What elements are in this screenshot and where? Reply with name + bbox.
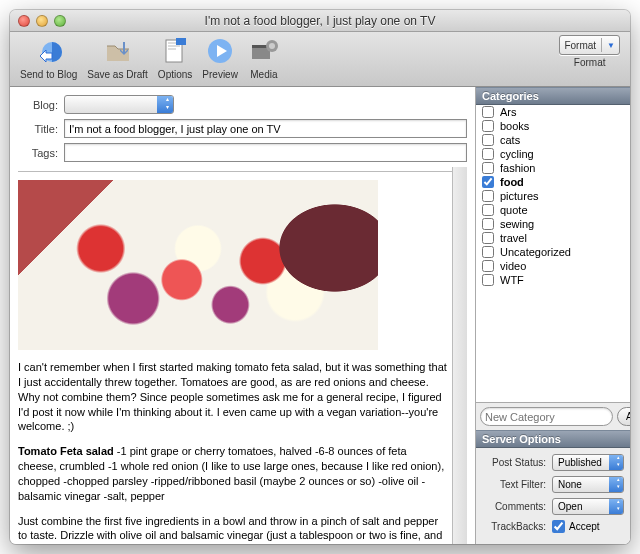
category-label: quote xyxy=(500,204,528,216)
categories-list[interactable]: Arsbookscatscyclingfashionfoodpicturesqu… xyxy=(476,105,630,403)
add-category-button[interactable]: Add xyxy=(617,407,630,426)
globe-arrow-icon xyxy=(33,35,65,67)
svg-point-8 xyxy=(269,43,275,49)
editor-body[interactable]: I can't remember when I first started ma… xyxy=(18,171,452,544)
options-button[interactable]: Options xyxy=(158,35,192,80)
titlebar[interactable]: I'm not a food blogger, I just play one … xyxy=(10,10,630,32)
main-pane: Blog: Title: Tags: I can't remember when… xyxy=(10,87,475,544)
category-checkbox[interactable] xyxy=(482,120,494,132)
post-paragraph: I can't remember when I first started ma… xyxy=(18,360,448,434)
server-options: Post Status: Published Text Filter: None… xyxy=(476,448,630,544)
new-category-input[interactable] xyxy=(480,407,613,426)
media-button[interactable]: Media xyxy=(248,35,280,80)
category-checkbox[interactable] xyxy=(482,176,494,188)
category-item[interactable]: travel xyxy=(476,231,630,245)
format-label: Format xyxy=(574,57,606,68)
svg-rect-2 xyxy=(176,38,186,45)
category-label: books xyxy=(500,120,529,132)
post-status-label: Post Status: xyxy=(482,457,552,468)
toolbar: Send to Blog Save as Draft Options Previ… xyxy=(10,32,630,87)
category-item[interactable]: Ars xyxy=(476,105,630,119)
category-checkbox[interactable] xyxy=(482,204,494,216)
category-label: WTF xyxy=(500,274,524,286)
post-image[interactable] xyxy=(18,180,378,350)
category-item[interactable]: fashion xyxy=(476,161,630,175)
category-checkbox[interactable] xyxy=(482,274,494,286)
category-checkbox[interactable] xyxy=(482,106,494,118)
category-item[interactable]: Uncategorized xyxy=(476,245,630,259)
blog-label: Blog: xyxy=(18,99,58,111)
category-checkbox[interactable] xyxy=(482,218,494,230)
category-label: video xyxy=(500,260,526,272)
chevron-down-icon: ▼ xyxy=(607,41,615,50)
blog-select[interactable] xyxy=(64,95,174,114)
category-label: travel xyxy=(500,232,527,244)
folder-down-icon xyxy=(102,35,134,67)
category-item[interactable]: books xyxy=(476,119,630,133)
category-checkbox[interactable] xyxy=(482,246,494,258)
category-label: food xyxy=(500,176,524,188)
category-checkbox[interactable] xyxy=(482,232,494,244)
text-filter-label: Text Filter: xyxy=(482,479,552,490)
category-item[interactable]: cycling xyxy=(476,147,630,161)
post-status-select[interactable]: Published xyxy=(552,454,624,471)
category-checkbox[interactable] xyxy=(482,134,494,146)
category-label: cats xyxy=(500,134,520,146)
category-checkbox[interactable] xyxy=(482,190,494,202)
category-item[interactable]: sewing xyxy=(476,217,630,231)
play-icon xyxy=(204,35,236,67)
tags-label: Tags: xyxy=(18,147,58,159)
category-checkbox[interactable] xyxy=(482,148,494,160)
category-checkbox[interactable] xyxy=(482,162,494,174)
categories-header: Categories xyxy=(476,87,630,105)
category-label: sewing xyxy=(500,218,534,230)
comments-select[interactable]: Open xyxy=(552,498,624,515)
sidebar: Categories Arsbookscatscyclingfashionfoo… xyxy=(475,87,630,544)
title-input[interactable] xyxy=(64,119,467,138)
comments-label: Comments: xyxy=(482,501,552,512)
trackbacks-label: TrackBacks: xyxy=(482,521,552,532)
category-label: Ars xyxy=(500,106,517,118)
server-options-header: Server Options xyxy=(476,430,630,448)
film-gear-icon xyxy=(248,35,280,67)
category-item[interactable]: food xyxy=(476,175,630,189)
text-filter-select[interactable]: None xyxy=(552,476,624,493)
category-item[interactable]: pictures xyxy=(476,189,630,203)
category-item[interactable]: cats xyxy=(476,133,630,147)
post-recipe: Tomato Feta salad -1 pint grape or cherr… xyxy=(18,444,448,503)
window-title: I'm not a food blogger, I just play one … xyxy=(10,14,630,28)
preview-button[interactable]: Preview xyxy=(202,35,238,80)
category-label: fashion xyxy=(500,162,535,174)
document-flag-icon xyxy=(159,35,191,67)
category-item[interactable]: quote xyxy=(476,203,630,217)
category-label: pictures xyxy=(500,190,539,202)
category-item[interactable]: WTF xyxy=(476,273,630,287)
app-window: I'm not a food blogger, I just play one … xyxy=(10,10,630,544)
category-label: Uncategorized xyxy=(500,246,571,258)
category-item[interactable]: video xyxy=(476,259,630,273)
title-label: Title: xyxy=(18,123,58,135)
trackbacks-checkbox[interactable] xyxy=(552,520,565,533)
format-dropdown[interactable]: Format ▼ xyxy=(559,35,620,55)
category-label: cycling xyxy=(500,148,534,160)
save-as-draft-button[interactable]: Save as Draft xyxy=(87,35,148,80)
tags-input[interactable] xyxy=(64,143,467,162)
post-paragraph: Just combine the first five ingredients … xyxy=(18,514,448,544)
editor-scrollbar[interactable] xyxy=(452,167,467,544)
send-to-blog-button[interactable]: Send to Blog xyxy=(20,35,77,80)
category-checkbox[interactable] xyxy=(482,260,494,272)
